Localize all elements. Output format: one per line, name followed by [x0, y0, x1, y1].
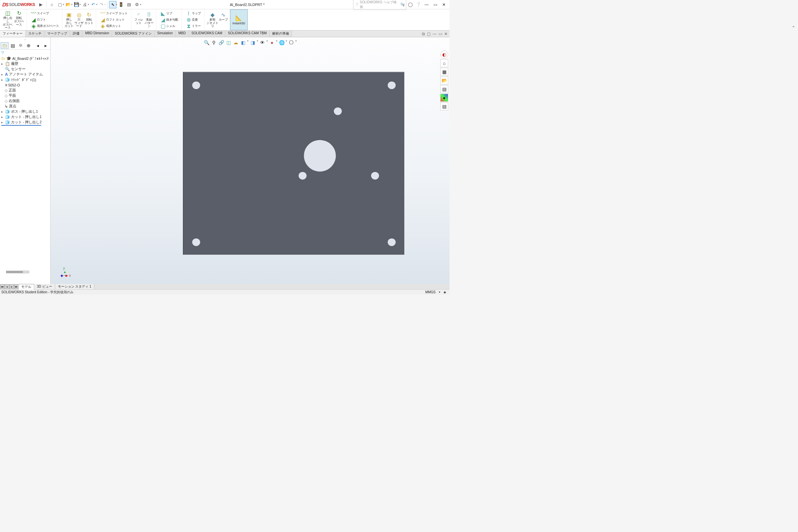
- maximize-view-icon[interactable]: ▭: [439, 32, 442, 36]
- feature-tree-tab[interactable]: 🗀: [1, 42, 8, 49]
- tree-item[interactable]: ▸🧊カット - 押し出し1: [0, 114, 50, 120]
- mirror-button[interactable]: ⧗ミラー: [185, 23, 202, 29]
- tree-item[interactable]: 🔍センサー: [0, 66, 50, 72]
- scene-icon[interactable]: 🌐: [278, 39, 285, 46]
- revolve-cut-button[interactable]: ↻回転カット: [84, 12, 94, 28]
- graphics-viewport[interactable]: 🔍 ⚲ 🔗 ◫ ☁ ◧ ▾ ◨ ▾ 👁 ▾ ● ▾ 🌐 ▾ 🖵 ▾ ◐ ⌂ ▦ …: [51, 37, 450, 284]
- units-drop-icon[interactable]: ▾: [439, 291, 440, 293]
- boundary-cut-button[interactable]: ◈境界カット: [99, 23, 129, 29]
- fillet-button[interactable]: ◜フィレット: [133, 12, 144, 28]
- tab-analysis-prep[interactable]: 解析の準備: [270, 31, 292, 37]
- tree-item[interactable]: ≡5052-O: [0, 82, 50, 88]
- dynamic-icon[interactable]: ☁: [232, 39, 239, 46]
- select-icon[interactable]: ⬉: [109, 1, 116, 8]
- model-hole[interactable]: [192, 81, 200, 89]
- dimxpert-tab[interactable]: ⊕: [25, 42, 33, 49]
- intersect-button[interactable]: ⊗交差: [185, 17, 202, 23]
- scrollbar-horizontal[interactable]: [6, 271, 29, 273]
- panel-handle[interactable]: ○: [0, 37, 50, 41]
- undo-icon[interactable]: ↶: [90, 1, 97, 8]
- redo-icon[interactable]: ↷: [98, 1, 105, 8]
- bottom-tab-motion[interactable]: モーション スタディ 1: [55, 284, 94, 289]
- print-icon[interactable]: 🖨: [81, 1, 89, 8]
- close-view-icon[interactable]: ✕: [444, 32, 448, 36]
- tree-item[interactable]: ↳原点: [0, 104, 50, 109]
- tree-item[interactable]: ▸🧊カット - 押し出し2: [0, 120, 50, 125]
- open-icon[interactable]: 📂: [64, 1, 72, 8]
- tab-mbd-dimension[interactable]: MBD Dimension: [82, 31, 112, 37]
- property-tab[interactable]: ▤: [8, 42, 17, 49]
- hide-show-icon[interactable]: 👁: [259, 39, 266, 46]
- model-hole[interactable]: [334, 107, 342, 115]
- tree-item[interactable]: ▸Aアノテート アイテム: [0, 72, 50, 77]
- options-icon[interactable]: ▤: [125, 1, 133, 8]
- tree-item[interactable]: ◇平面: [0, 93, 50, 98]
- model-hole[interactable]: [192, 238, 200, 246]
- zoom-fit-icon[interactable]: 🔍: [203, 39, 210, 46]
- shell-button[interactable]: ▢シェル: [159, 23, 179, 29]
- sweep-cut-button[interactable]: 〰スイープ カット: [99, 10, 129, 16]
- tab-features[interactable]: フィーチャー: [0, 31, 25, 37]
- ref-geom-button[interactable]: ◆参照ジオメトリ: [207, 12, 218, 28]
- user-icon[interactable]: ◯: [407, 1, 414, 8]
- model-hole[interactable]: [304, 140, 336, 172]
- tab-markup[interactable]: マークアップ: [44, 31, 70, 37]
- revolve-boss-button[interactable]: ↻回転ボス/ベース: [13, 10, 25, 30]
- sweep-button[interactable]: 〰スイープ: [30, 10, 59, 16]
- view-settings-icon[interactable]: 🖵: [288, 39, 294, 46]
- design-lib-icon[interactable]: ▦: [440, 68, 448, 76]
- tree-item[interactable]: ▸🧊ｿﾘｯﾄﾞ ﾎﾞﾃﾞｨ(1): [0, 77, 50, 82]
- view-triad[interactable]: y▲ ◆─▶ x: [60, 266, 71, 277]
- tab-sw-cam-tbm[interactable]: SOLIDWORKS CAM TBM: [225, 31, 270, 37]
- tab-nav-next[interactable]: ▸: [9, 284, 14, 289]
- display-style-icon[interactable]: ◨: [249, 39, 256, 46]
- help-search-input[interactable]: ❔ SOLIDWORKS ヘルプ検索 🔍▾: [353, 0, 406, 10]
- help-icon[interactable]: ❔: [415, 1, 422, 8]
- config-tab[interactable]: ፨: [17, 42, 25, 49]
- minimize-button[interactable]: —: [422, 1, 431, 8]
- home-task-icon[interactable]: ⌂: [440, 59, 448, 67]
- prev-view-icon[interactable]: 🔗: [218, 39, 225, 46]
- tab-nav-left[interactable]: ◂: [34, 42, 41, 49]
- instant3d-button[interactable]: 📐Instant3D: [230, 9, 248, 30]
- status-icon[interactable]: ◈: [443, 290, 446, 294]
- tree-item[interactable]: ▸🧊ボス - 押し出し1: [0, 109, 50, 114]
- model-hole[interactable]: [388, 81, 396, 89]
- model-hole[interactable]: [371, 172, 379, 179]
- tree-filter[interactable]: ▽: [0, 50, 50, 55]
- bottom-tab-3dview[interactable]: 3D ビュー: [34, 284, 55, 289]
- extrude-cut-button[interactable]: ▣押し出しカット: [64, 12, 74, 28]
- extrude-boss-button[interactable]: ◫押し出しボス/ベース: [2, 10, 13, 30]
- settings-icon[interactable]: ⚙: [133, 1, 141, 8]
- draft-button[interactable]: ◢抜き勾配: [159, 17, 179, 23]
- tab-simulation[interactable]: Simulation: [155, 31, 176, 37]
- model-hole[interactable]: [299, 172, 307, 179]
- rib-button[interactable]: ◣リブ: [159, 10, 179, 16]
- boundary-button[interactable]: ◈境界ボス/ベース: [30, 23, 59, 29]
- wrap-button[interactable]: ⌇ラップ: [185, 10, 202, 16]
- bottom-tab-model[interactable]: モデル: [19, 284, 34, 290]
- loft-button[interactable]: ◢ロフト: [30, 17, 59, 23]
- tree-item[interactable]: ◇正面: [0, 88, 50, 93]
- restore-button[interactable]: ▭: [431, 1, 440, 8]
- play-icon[interactable]: ▶: [37, 1, 44, 8]
- zoom-area-icon[interactable]: ⚲: [210, 39, 217, 46]
- tab-evaluate[interactable]: 評価: [70, 31, 82, 37]
- curves-button[interactable]: ∿カーブ: [218, 12, 228, 28]
- view-palette-icon[interactable]: ▤: [440, 85, 448, 93]
- appearances-icon[interactable]: ●: [440, 94, 448, 102]
- tree-item[interactable]: ▸📋履歴: [0, 61, 50, 66]
- tab-sw-addins[interactable]: SOLIDWORKS アドイン: [112, 31, 155, 37]
- traffic-icon[interactable]: 🚦: [117, 1, 125, 8]
- hole-wizard-button[interactable]: ◎穴ウィザード: [74, 12, 84, 28]
- tab-sw-cam[interactable]: SOLIDWORKS CAM: [189, 31, 225, 37]
- home-icon[interactable]: ⌂: [48, 1, 56, 8]
- rollback-bar[interactable]: [1, 125, 41, 126]
- loft-cut-button[interactable]: ◢ロフト カット: [99, 17, 129, 23]
- model-body[interactable]: [183, 72, 404, 255]
- tab-nav-last[interactable]: ⏭: [14, 284, 19, 289]
- scrollbar-thumb[interactable]: [6, 271, 23, 273]
- model-hole[interactable]: [388, 238, 396, 246]
- save-icon[interactable]: 💾: [73, 1, 80, 8]
- sw-resources-icon[interactable]: ◐: [440, 51, 448, 58]
